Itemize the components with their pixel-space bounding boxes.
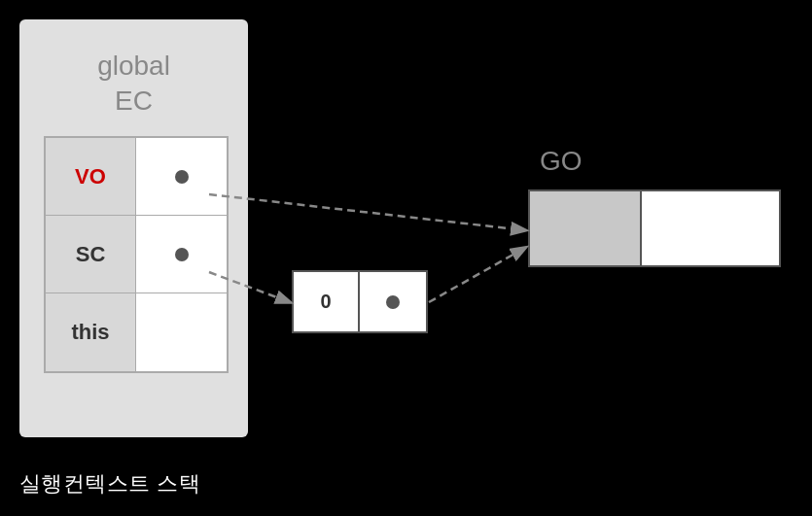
sc-object: 0 bbox=[292, 270, 428, 333]
table-row: SC bbox=[46, 216, 227, 293]
vo-cell: VO bbox=[46, 138, 136, 215]
go-cell-right bbox=[642, 191, 779, 265]
global-ec-container: global EC VO SC this bbox=[19, 19, 248, 437]
sc-object-pointer bbox=[360, 272, 426, 331]
table-row: VO bbox=[46, 138, 227, 216]
this-pointer-cell bbox=[136, 293, 227, 371]
sc-object-value: 0 bbox=[294, 272, 360, 331]
vo-dot bbox=[175, 170, 189, 184]
vo-pointer-cell bbox=[136, 138, 227, 215]
global-ec-label: global EC bbox=[19, 49, 248, 120]
go-object bbox=[528, 189, 781, 267]
diagram-area: global EC VO SC this bbox=[0, 0, 812, 516]
go-label: GO bbox=[540, 146, 583, 177]
sc-pointer-cell bbox=[136, 216, 227, 292]
go-cell-left bbox=[530, 191, 642, 265]
sc-dot bbox=[175, 248, 189, 261]
footer-label: 실행컨텍스트 스택 bbox=[19, 469, 200, 499]
sc-object-dot bbox=[386, 295, 400, 309]
ec-table: VO SC this bbox=[44, 136, 229, 373]
vo-arrow bbox=[209, 194, 525, 230]
this-cell: this bbox=[46, 293, 136, 371]
table-row: this bbox=[46, 293, 227, 371]
sc-cell: SC bbox=[46, 216, 136, 292]
sc-obj-arrow bbox=[429, 248, 525, 302]
